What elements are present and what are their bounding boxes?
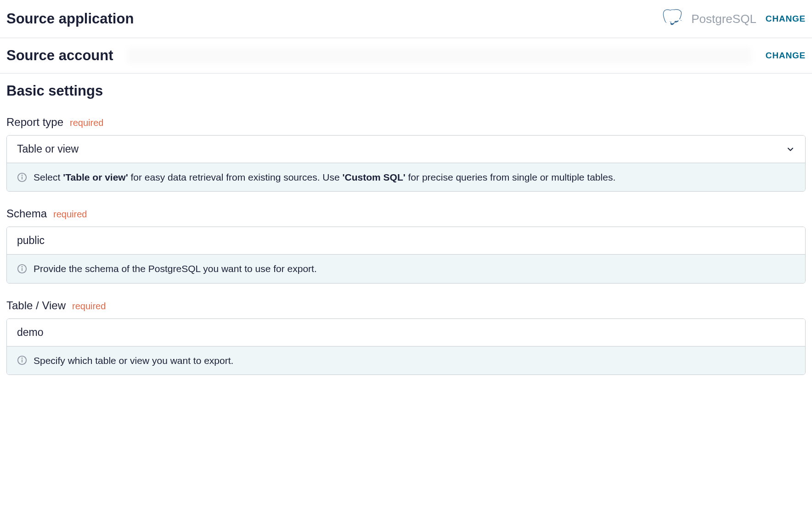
schema-label: Schema: [6, 207, 47, 220]
report-type-label-row: Report type required: [6, 116, 806, 129]
source-application-name: PostgreSQL: [691, 12, 756, 26]
schema-hint-text: Provide the schema of the PostgreSQL you…: [34, 262, 317, 275]
source-application-section: Source application PostgreSQL CHANGE: [0, 0, 812, 38]
report-type-hint-text: Select 'Table or view' for easy data ret…: [34, 170, 615, 184]
svg-point-8: [22, 358, 23, 358]
source-application-right: PostgreSQL CHANGE: [663, 9, 806, 28]
schema-field: Schema required Provide the schema of th…: [6, 207, 806, 283]
schema-label-row: Schema required: [6, 207, 806, 220]
schema-input-row: [7, 227, 805, 254]
table-view-hint: Specify which table or view you want to …: [7, 346, 805, 375]
table-view-input-container: Specify which table or view you want to …: [6, 318, 806, 375]
chevron-down-icon: [786, 145, 795, 154]
basic-settings-title: Basic settings: [6, 83, 806, 99]
schema-required-tag: required: [53, 209, 87, 220]
table-view-label-row: Table / View required: [6, 299, 806, 312]
info-icon: [17, 264, 27, 274]
report-type-input-container: Table or view Select 'Table or view' for…: [6, 135, 806, 192]
source-account-value-redacted: [127, 47, 752, 64]
schema-input-container: Provide the schema of the PostgreSQL you…: [6, 227, 806, 283]
table-view-field: Table / View required Specify which tabl…: [6, 299, 806, 375]
report-type-select[interactable]: Table or view: [7, 136, 805, 163]
source-account-header: Source account CHANGE: [6, 47, 806, 64]
source-account-change-button[interactable]: CHANGE: [766, 51, 806, 61]
svg-point-2: [22, 175, 23, 176]
basic-settings-section: Basic settings Report type required Tabl…: [0, 74, 812, 389]
report-type-hint: Select 'Table or view' for easy data ret…: [7, 163, 805, 191]
svg-point-5: [22, 267, 23, 267]
report-type-label: Report type: [6, 116, 63, 129]
source-application-change-button[interactable]: CHANGE: [766, 14, 806, 24]
report-type-field: Report type required Table or view Selec…: [6, 116, 806, 192]
table-view-input-row: [7, 319, 805, 346]
postgresql-icon: [663, 9, 682, 28]
source-account-title: Source account: [6, 47, 113, 64]
schema-input[interactable]: [17, 234, 795, 247]
table-view-hint-text: Specify which table or view you want to …: [34, 354, 233, 367]
table-view-label: Table / View: [6, 299, 66, 312]
table-view-input[interactable]: [17, 326, 795, 339]
source-application-header: Source application PostgreSQL CHANGE: [6, 9, 806, 28]
source-application-title: Source application: [6, 11, 134, 27]
source-account-section: Source account CHANGE: [0, 38, 812, 74]
schema-hint: Provide the schema of the PostgreSQL you…: [7, 254, 805, 283]
info-icon: [17, 172, 27, 182]
info-icon: [17, 355, 27, 365]
report-type-value: Table or view: [17, 143, 786, 155]
table-view-required-tag: required: [72, 301, 106, 312]
report-type-required-tag: required: [70, 118, 103, 128]
